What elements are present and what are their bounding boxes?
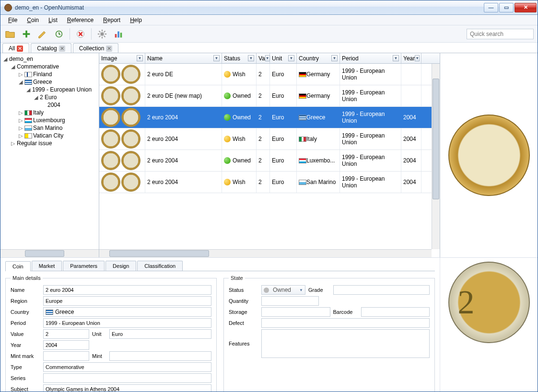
tree-node[interactable]: ◢Commemorative (0, 63, 99, 70)
column-value[interactable]: Va▼ (257, 53, 270, 63)
tab-all[interactable]: All ✕ (2, 43, 29, 53)
add-button[interactable] (21, 28, 32, 40)
table-row[interactable]: 2 euro 2004Wish2Euro Italy1999 - Europea… (99, 128, 440, 150)
close-icon[interactable]: ✕ (59, 46, 65, 52)
tree-node[interactable]: ▷ San Marino (0, 124, 99, 132)
tree-node[interactable]: ▷Regular issue (0, 139, 99, 147)
filter-icon[interactable]: ▼ (213, 55, 220, 61)
edit-button[interactable] (37, 28, 48, 40)
tree-node[interactable]: ◢1999 - European Union (0, 86, 99, 93)
region-field[interactable]: Europe (43, 296, 211, 306)
cell-status: Wish (222, 64, 257, 85)
value-field[interactable]: 2 (43, 329, 89, 339)
quantity-field[interactable] (261, 296, 319, 306)
tree-root[interactable]: ◢demo_en (0, 55, 99, 63)
detail-tab-classification[interactable]: Classification (137, 261, 183, 271)
filter-icon[interactable]: ▼ (137, 55, 143, 61)
column-country[interactable]: Country▼ (297, 53, 340, 63)
filter-icon[interactable]: ▼ (288, 55, 294, 61)
detail-tab-coin[interactable]: Coin (5, 261, 31, 271)
tree-node[interactable]: ▷ Finland (0, 70, 99, 78)
filter-icon[interactable]: ▼ (393, 55, 399, 61)
tree-node[interactable]: ▷ Italy (0, 109, 99, 116)
subject-field[interactable]: Olympic Games in Athens 2004 (43, 384, 211, 392)
mintmark-field[interactable] (43, 351, 89, 361)
app-icon (4, 4, 12, 12)
close-button[interactable]: ✕ (515, 3, 537, 12)
grid-vscrollbar[interactable] (432, 64, 440, 249)
coin-icon (101, 129, 120, 149)
column-period[interactable]: Period▼ (340, 53, 401, 63)
period-field[interactable]: 1999 - European Union (43, 318, 211, 328)
menu-coin[interactable]: Coin (23, 16, 43, 24)
table-row[interactable]: 2 euro DEWish2Euro Germany1999 - Europea… (99, 64, 440, 85)
table-row[interactable]: 2 euro 2004Owned2Euro Greece1999 - Europ… (99, 107, 440, 128)
column-status[interactable]: Status▼ (222, 53, 257, 63)
menu-help[interactable]: Help (126, 16, 146, 24)
tree-node[interactable]: 2004 (0, 101, 99, 109)
table-row[interactable]: 2 euro DE (new map)Owned2Euro Germany199… (99, 85, 440, 107)
unit-field[interactable]: Euro (109, 329, 211, 339)
filter-icon[interactable]: ▼ (415, 55, 420, 61)
column-unit[interactable]: Unit▼ (270, 53, 297, 63)
status-select[interactable]: Owned▼ (261, 285, 305, 295)
grid-hscrollbar[interactable] (99, 249, 432, 257)
delete-button[interactable] (75, 28, 86, 40)
view-tabs: All ✕Catalog ✕Collection ✕ (0, 43, 538, 53)
cell-status: Owned (222, 85, 257, 106)
maximize-button[interactable]: ▭ (499, 3, 514, 12)
filter-icon[interactable]: ▼ (331, 55, 338, 61)
settings-button[interactable] (96, 28, 108, 40)
status-dot-icon (224, 157, 231, 164)
svg-rect-3 (115, 34, 117, 37)
table-row[interactable]: 2 euro 2004Owned2Euro Luxembo...1999 - E… (99, 150, 440, 172)
mint-field[interactable] (109, 351, 211, 361)
view-button[interactable] (53, 28, 65, 40)
series-field[interactable] (43, 373, 211, 383)
tab-collection[interactable]: Collection ✕ (73, 43, 119, 53)
features-field[interactable] (261, 329, 430, 358)
menu-reference[interactable]: Reference (63, 16, 97, 24)
year-field[interactable]: 2004 (43, 340, 89, 350)
tab-catalog[interactable]: Catalog ✕ (31, 43, 71, 53)
tree-node[interactable]: ◢ Greece (0, 78, 99, 86)
stats-button[interactable] (113, 28, 124, 40)
menu-file[interactable]: File (4, 16, 21, 24)
minimize-button[interactable]: — (484, 3, 498, 12)
cell-year (401, 85, 421, 106)
filter-icon[interactable]: ▼ (248, 55, 254, 61)
close-icon[interactable]: ✕ (106, 46, 112, 52)
status-dot-icon (224, 92, 231, 99)
tree-node[interactable]: ▷ Luxembourg (0, 116, 99, 124)
cell-name: 2 euro 2004 (145, 107, 222, 128)
cell-image (99, 128, 145, 150)
status-dot-icon (224, 179, 231, 185)
cell-value: 2 (257, 172, 270, 193)
detail-tab-parameters[interactable]: Parameters (63, 261, 105, 271)
menu-list[interactable]: List (45, 16, 61, 24)
storage-field[interactable] (261, 307, 330, 317)
coin-obverse-image (448, 115, 530, 196)
search-input[interactable] (467, 29, 534, 39)
type-field[interactable]: Commemorative (43, 362, 211, 372)
defect-field[interactable] (261, 318, 430, 328)
filter-icon[interactable]: ▼ (265, 55, 270, 61)
cell-unit: Euro (270, 64, 297, 85)
grade-field[interactable] (333, 285, 430, 295)
tree-node[interactable]: ◢2 Euro (0, 93, 99, 101)
tree-hscrollbar[interactable] (0, 249, 99, 257)
tree-node[interactable]: ▷ Vatican City (0, 132, 99, 139)
detail-tab-design[interactable]: Design (105, 261, 136, 271)
open-button[interactable] (4, 28, 16, 40)
name-field[interactable]: 2 euro 2004 (43, 285, 211, 295)
detail-tab-market[interactable]: Market (32, 261, 62, 271)
column-year[interactable]: Year▼ (401, 53, 421, 63)
close-icon[interactable]: ✕ (17, 46, 23, 52)
barcode-field[interactable] (361, 307, 430, 317)
column-name[interactable]: Name▼ (145, 53, 222, 63)
flag-icon (299, 115, 306, 120)
column-image[interactable]: Image▼ (99, 53, 145, 63)
table-row[interactable]: 2 euro 2004Wish2Euro San Marino1999 - Eu… (99, 172, 440, 193)
country-field[interactable]: Greece (43, 307, 211, 317)
menu-report[interactable]: Report (99, 16, 124, 24)
